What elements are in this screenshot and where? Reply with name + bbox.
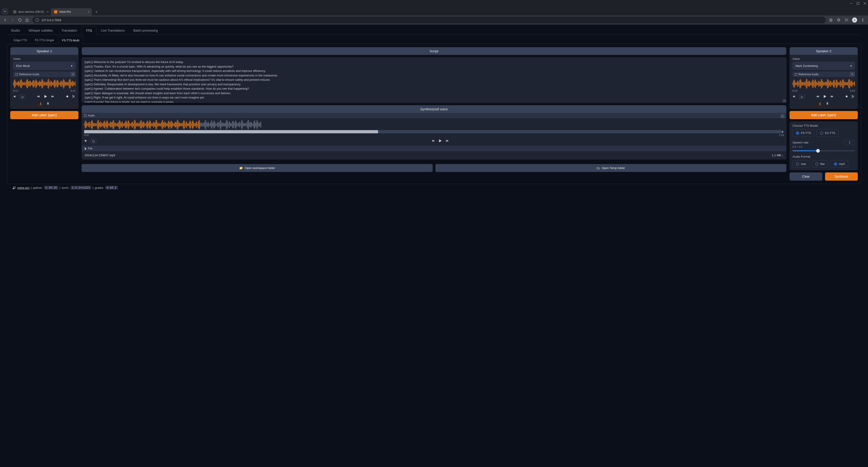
expand-icon[interactable]	[16, 73, 18, 76]
script-panel: Script	[82, 47, 786, 55]
url-text: 127.0.0.1:7919	[41, 19, 61, 22]
maximize-icon[interactable]	[857, 2, 859, 5]
reference-audio-label: Reference Audio	[19, 73, 39, 76]
progress-bar[interactable]: ◀ ▶	[84, 130, 784, 133]
star-icon[interactable]	[829, 18, 833, 22]
svg-point-6	[72, 95, 73, 96]
browser-tab-inactive[interactable]: abus-aikorea (ABUS) ×	[10, 8, 51, 16]
svg-point-3	[863, 20, 863, 21]
tab-tts[interactable]: TTS	[82, 26, 96, 35]
speaker2-waveform[interactable]: 0:140:14	[793, 79, 855, 92]
forward-icon[interactable]	[10, 18, 14, 22]
upload-icon[interactable]	[818, 102, 822, 106]
reload-icon[interactable]	[18, 18, 22, 22]
record-icon[interactable]	[845, 95, 848, 99]
radio-flac[interactable]: flac	[812, 160, 828, 168]
tab-live[interactable]: Live Translations	[97, 26, 129, 35]
select-value: Mark Zuckerberg	[796, 64, 818, 67]
open-temp-button[interactable]: Open Temp folder	[435, 164, 786, 172]
trim-icon[interactable]	[72, 95, 75, 99]
expand-icon[interactable]	[795, 73, 797, 76]
volume-icon[interactable]	[793, 95, 796, 99]
svg-point-5	[66, 95, 68, 97]
volume-icon[interactable]	[84, 139, 88, 143]
time-current: 0:14	[793, 89, 797, 92]
file-row[interactable]: 20241114-233637.mp3 1.1 MB ↓	[82, 151, 786, 159]
close-icon[interactable]: ×	[850, 72, 855, 77]
forward-icon[interactable]	[51, 95, 54, 99]
synth-panel: Synthesized voice Audio ◀ ▶ 0:321:15	[82, 105, 786, 159]
speaker1-waveform[interactable]: 0:110:11	[13, 79, 75, 92]
app-link[interactable]: voice-pro	[17, 186, 29, 189]
address-bar[interactable]: i 127.0.0.1:7919	[32, 17, 826, 23]
forward-icon[interactable]	[830, 95, 834, 99]
record-icon[interactable]	[65, 95, 69, 99]
site-info-icon[interactable]: i	[35, 18, 39, 22]
add-label-spk2-button[interactable]: Add Label: {spk2}	[789, 111, 858, 119]
rate-slider[interactable]	[793, 150, 855, 151]
favicon-icon	[13, 10, 17, 13]
radio-e2tts[interactable]: E2-TTS	[817, 129, 839, 137]
close-icon[interactable]: ×	[70, 72, 75, 77]
rate-button[interactable]: 1x	[91, 139, 96, 143]
tab-studio[interactable]: Studio	[7, 26, 24, 35]
add-label-spk1-button[interactable]: Add Label: {spk1}	[10, 111, 79, 119]
tab-title: abus-aikorea (ABUS)	[18, 10, 44, 13]
speaker2-voice-select[interactable]: Mark Zuckerberg ▾	[793, 62, 855, 70]
close-icon[interactable]: ×	[47, 10, 49, 13]
volume-icon[interactable]	[13, 95, 17, 99]
rate-button[interactable]: 1x	[20, 95, 26, 99]
menu-icon[interactable]	[861, 18, 865, 22]
play-icon[interactable]	[43, 94, 48, 99]
expand-icon[interactable]	[84, 114, 86, 117]
close-icon[interactable]	[864, 2, 866, 5]
subtab-edge[interactable]: Edge-TTS	[10, 36, 31, 44]
minimize-icon[interactable]	[850, 2, 852, 5]
browser-tab-active[interactable]: Voice-Pro ×	[51, 8, 92, 16]
rate-button[interactable]: 1x	[799, 95, 805, 99]
rate-range: 0.3 ~ 2.0	[793, 145, 855, 148]
synthesis-button[interactable]: Synthesis	[825, 172, 858, 181]
play-icon[interactable]	[438, 138, 443, 144]
script-textarea[interactable]	[82, 57, 786, 103]
open-workspace-button[interactable]: 📁Open workspace folder	[82, 164, 433, 172]
download-icon[interactable]	[780, 114, 785, 118]
mic-icon[interactable]	[46, 102, 50, 106]
rate-value[interactable]: 1	[845, 140, 855, 145]
subtab-f5single[interactable]: F5-TTS-Single	[31, 36, 58, 44]
tab-whisper[interactable]: Whisper subtitles	[25, 26, 57, 35]
rewind-icon[interactable]	[37, 95, 40, 99]
browser-toolbar: i 127.0.0.1:7919 A	[0, 16, 868, 25]
radio-wav[interactable]: wav	[793, 160, 810, 168]
close-icon[interactable]: ×	[88, 10, 90, 13]
mic-icon[interactable]	[826, 102, 829, 106]
rewind-icon[interactable]	[816, 95, 819, 99]
clear-button[interactable]: Clear	[789, 172, 822, 181]
subtab-f5multi[interactable]: F5-TTS-Multi	[58, 36, 83, 44]
tab-translation[interactable]: Translation	[57, 26, 81, 35]
home-icon[interactable]	[25, 18, 29, 22]
speaker1-voice-select[interactable]: Elon Musk ▾	[13, 62, 75, 70]
tab-title: Voice-Pro	[59, 10, 71, 13]
extensions-icon[interactable]	[837, 18, 841, 22]
reading-list-icon[interactable]	[844, 18, 848, 22]
rewind-icon[interactable]	[431, 139, 435, 143]
format-label: Audio Format	[793, 155, 855, 158]
svg-point-9	[851, 95, 852, 96]
speaker1-panel: Speaker 1 Voice Elon Musk ▾ Reference Au…	[10, 47, 79, 109]
model-label: Choose TTS Model	[793, 124, 855, 127]
scroll-right-icon[interactable]: ▶	[781, 130, 784, 133]
new-tab-button[interactable]: +	[93, 10, 100, 16]
forward-icon[interactable]	[445, 139, 449, 143]
tab-batch[interactable]: Batch processing	[129, 26, 162, 35]
synth-waveform[interactable]	[84, 119, 784, 130]
radio-f5tts[interactable]: F5-TTS	[793, 129, 814, 137]
main-tabs: Studio Whisper subtitles Translation TTS…	[7, 26, 861, 35]
back-icon[interactable]	[3, 18, 7, 22]
play-icon[interactable]	[822, 94, 827, 99]
tab-dropdown[interactable]	[2, 8, 8, 14]
upload-icon[interactable]	[39, 102, 42, 106]
trim-icon[interactable]	[851, 95, 855, 99]
profile-avatar[interactable]: A	[852, 18, 857, 23]
radio-mp3[interactable]: mp3	[831, 160, 848, 168]
